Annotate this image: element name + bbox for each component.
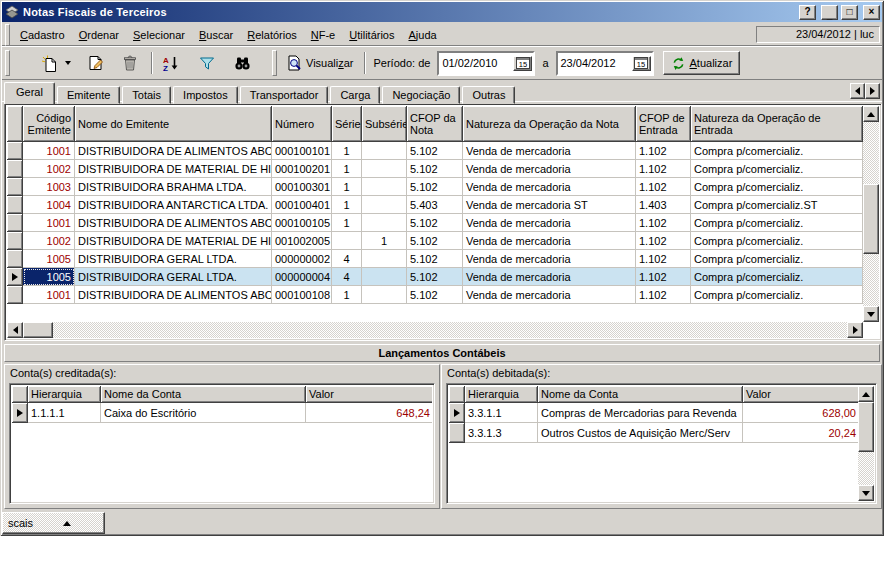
tab-carga[interactable]: Carga — [330, 86, 380, 104]
cell-serie[interactable]: 1 — [332, 142, 362, 160]
cell-nome-da-conta[interactable]: Outros Custos de Aquisição Merc/Serv — [538, 423, 743, 443]
cell-cfop-da-nota[interactable]: 5.102 — [407, 250, 463, 268]
cell-cfop-de-entrada[interactable]: 1.403 — [636, 196, 691, 214]
cell-numero[interactable]: 000100105 — [272, 214, 332, 232]
cell-natureza-da-operacao-da-nota[interactable]: Venda de mercadoria — [463, 160, 636, 178]
delete-record-button[interactable] — [117, 51, 142, 75]
cell-codigo-emitente[interactable]: 1001 — [23, 286, 75, 304]
cell-subserie[interactable] — [362, 286, 407, 304]
grid-row[interactable]: 1002DISTRIBUIDORA DE MATERIAL DE HIGIENE… — [7, 232, 863, 250]
col-header-nome-do-emitente[interactable]: Nome do Emitente — [75, 106, 272, 142]
grid-row[interactable]: 1004DISTRIBUIDORA ANTARCTICA LTDA.000100… — [7, 196, 863, 214]
cell-nome-do-emitente[interactable]: DISTRIBUIDORA GERAL LTDA. — [75, 268, 272, 286]
cell-nome-do-emitente[interactable]: DISTRIBUIDORA DE ALIMENTOS ABC LTDA. — [75, 214, 272, 232]
cell-serie[interactable] — [332, 232, 362, 250]
cell-serie[interactable]: 1 — [332, 178, 362, 196]
cell-hierarquia[interactable]: 1.1.1.1 — [28, 403, 101, 423]
cell-natureza-da-operacao-da-nota[interactable]: Venda de mercadoria — [463, 286, 636, 304]
grid-row[interactable]: 1005DISTRIBUIDORA GERAL LTDA.00000000445… — [7, 268, 863, 286]
scrollbar-track[interactable] — [858, 402, 874, 485]
cell-cfop-da-nota[interactable]: 5.102 — [407, 214, 463, 232]
date-to-field[interactable]: 23/04/2012 15 — [556, 51, 654, 76]
cell-nome-do-emitente[interactable]: DISTRIBUIDORA DE ALIMENTOS ABC LTDA. — [75, 142, 272, 160]
col-header-hierarquia[interactable]: Hierarquia — [28, 386, 101, 403]
cell-nome-do-emitente[interactable]: DISTRIBUIDORA DE ALIMENTOS ABC LTDA. — [75, 286, 272, 304]
cell-cfop-de-entrada[interactable]: 1.102 — [636, 160, 691, 178]
date-to-calendar-button[interactable]: 15 — [632, 56, 651, 71]
cell-numero[interactable]: 000100201 — [272, 160, 332, 178]
col-header-natureza-da-operacao-de-entrada[interactable]: Natureza da Operação de Entrada — [691, 106, 863, 142]
cell-numero[interactable]: 000000004 — [272, 268, 332, 286]
menu-item-cadastro[interactable]: Cadastro — [13, 27, 72, 43]
cell-natureza-da-operacao-da-nota[interactable]: Venda de mercadoria ST — [463, 196, 636, 214]
filter-button[interactable] — [194, 51, 219, 75]
cell-nome-do-emitente[interactable]: DISTRIBUIDORA GERAL LTDA. — [75, 250, 272, 268]
cell-subserie[interactable] — [362, 160, 407, 178]
grid-row[interactable]: 1.1.1.1Caixa do Escritório648,24 — [12, 403, 432, 423]
cell-cfop-de-entrada[interactable]: 1.102 — [636, 268, 691, 286]
cell-natureza-da-operacao-de-entrada[interactable]: Compra p/comercializ. — [691, 286, 863, 304]
scroll-down-button[interactable] — [858, 485, 874, 501]
cell-cfop-de-entrada[interactable]: 1.102 — [636, 178, 691, 196]
grid-row[interactable]: 1003DISTRIBUIDORA BRAHMA LTDA.0001003011… — [7, 178, 863, 196]
scrollbar-thumb[interactable] — [858, 402, 874, 452]
menu-item-relatorios[interactable]: Relatórios — [240, 27, 304, 43]
cell-cfop-de-entrada[interactable]: 1.102 — [636, 142, 691, 160]
cell-nome-do-emitente[interactable]: DISTRIBUIDORA DE MATERIAL DE HIGIENE LTD… — [75, 160, 272, 178]
toolbar-grip-handle[interactable] — [5, 50, 10, 76]
cell-subserie[interactable] — [362, 142, 407, 160]
cell-cfop-de-entrada[interactable]: 1.102 — [636, 214, 691, 232]
cell-cfop-da-nota[interactable]: 5.102 — [407, 286, 463, 304]
cell-nome-do-emitente[interactable]: DISTRIBUIDORA DE MATERIAL DE HIGIENE LTD… — [75, 232, 272, 250]
grid-row[interactable]: 3.3.1.3Outros Custos de Aquisição Merc/S… — [449, 423, 858, 443]
tab-geral[interactable]: Geral — [4, 82, 55, 104]
cell-hierarquia[interactable]: 3.3.1.3 — [465, 423, 538, 443]
grid-row[interactable]: 1001DISTRIBUIDORA DE ALIMENTOS ABC LTDA.… — [7, 142, 863, 160]
sort-button[interactable]: AZ — [158, 51, 183, 75]
cell-numero[interactable]: 001002005 — [272, 232, 332, 250]
cell-numero[interactable]: 000000002 — [272, 250, 332, 268]
cell-subserie[interactable] — [362, 178, 407, 196]
cell-serie[interactable]: 4 — [332, 250, 362, 268]
date-to-value[interactable]: 23/04/2012 — [558, 57, 632, 69]
title-bar[interactable]: Notas Fiscais de Terceiros ? _ □ × — [2, 2, 882, 22]
cell-natureza-da-operacao-de-entrada[interactable]: Compra p/comercializ. — [691, 142, 863, 160]
grid-row[interactable]: 1005DISTRIBUIDORA GERAL LTDA.00000000245… — [7, 250, 863, 268]
toolbar-grip-handle-2[interactable] — [272, 50, 277, 76]
col-header-numero[interactable]: Número — [272, 106, 332, 142]
find-button[interactable] — [230, 51, 255, 75]
cell-nome-do-emitente[interactable]: DISTRIBUIDORA ANTARCTICA LTDA. — [75, 196, 272, 214]
tab-negociacao[interactable]: Negociação — [382, 86, 460, 104]
grid-row[interactable]: 1001DISTRIBUIDORA DE ALIMENTOS ABC LTDA.… — [7, 214, 863, 232]
cell-nome-da-conta[interactable]: Caixa do Escritório — [101, 403, 306, 423]
cell-codigo-emitente[interactable]: 1005 — [23, 268, 75, 286]
date-from-calendar-button[interactable]: 15 — [513, 56, 532, 71]
cell-serie[interactable]: 1 — [332, 160, 362, 178]
scroll-up-button[interactable] — [858, 386, 874, 402]
close-button[interactable]: × — [863, 5, 880, 20]
col-header-hierarquia[interactable]: Hierarquia — [465, 386, 538, 403]
tab-totais[interactable]: Totais — [122, 86, 171, 104]
cell-codigo-emitente[interactable]: 1004 — [23, 196, 75, 214]
cell-subserie[interactable] — [362, 268, 407, 286]
scrollbar-track[interactable] — [863, 122, 879, 306]
col-header-nome-da-conta[interactable]: Nome da Conta — [538, 386, 743, 403]
col-header-serie[interactable]: Série — [332, 106, 362, 142]
cell-hierarquia[interactable]: 3.3.1.1 — [465, 403, 538, 423]
cell-natureza-da-operacao-de-entrada[interactable]: Compra p/comercializ. — [691, 232, 863, 250]
cell-cfop-da-nota[interactable]: 5.102 — [407, 232, 463, 250]
cell-natureza-da-operacao-da-nota[interactable]: Venda de mercadoria — [463, 142, 636, 160]
edit-record-button[interactable] — [83, 51, 108, 75]
cell-serie[interactable]: 1 — [332, 214, 362, 232]
new-record-button[interactable] — [37, 51, 62, 75]
col-header-cfop-de-entrada[interactable]: CFOP de Entrada — [636, 106, 691, 142]
col-header-cfop-da-nota[interactable]: CFOP da Nota — [407, 106, 463, 142]
cell-serie[interactable]: 4 — [332, 268, 362, 286]
cell-numero[interactable]: 000100101 — [272, 142, 332, 160]
cell-natureza-da-operacao-de-entrada[interactable]: Compra p/comercializ. — [691, 160, 863, 178]
cell-subserie[interactable]: 1 — [362, 232, 407, 250]
cell-cfop-da-nota[interactable]: 5.102 — [407, 160, 463, 178]
cell-cfop-da-nota[interactable]: 5.102 — [407, 178, 463, 196]
cell-numero[interactable]: 000100301 — [272, 178, 332, 196]
tab-emitente[interactable]: Emitente — [57, 86, 120, 104]
